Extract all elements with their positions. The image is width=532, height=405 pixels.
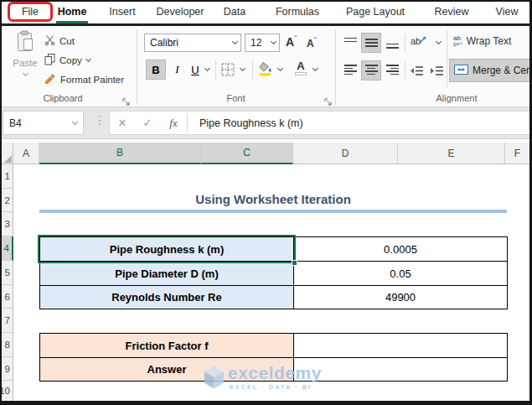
format-painter-button[interactable]: Format Painter <box>44 73 124 86</box>
align-middle-button[interactable] <box>361 33 381 53</box>
fill-color-dropdown-chevron[interactable] <box>277 65 283 71</box>
decrease-indent-icon <box>410 65 424 79</box>
select-all-corner[interactable] <box>2 143 13 164</box>
fill-handle[interactable] <box>292 260 297 266</box>
align-center-icon <box>365 65 378 76</box>
input-label-cell-diameter[interactable]: Pipe Diameter D (m) <box>39 261 294 286</box>
row-header-2[interactable]: 2 <box>2 189 13 212</box>
exceldemy-watermark: exceldemy EXCEL · DATA · BI <box>204 365 322 393</box>
formula-bar: B4 ⋮ ✕ ✓ fx Pipe Roughness k (m) <box>0 107 532 139</box>
enter-icon[interactable]: ✓ <box>135 117 160 129</box>
column-header-c[interactable]: C <box>201 143 293 164</box>
font-size-select[interactable]: 12 <box>245 34 280 52</box>
increase-font-size-button[interactable]: Aˆ <box>286 34 297 49</box>
tab-formulas[interactable]: Formulas <box>272 0 323 23</box>
scissors-icon <box>44 34 55 47</box>
row-header-4[interactable]: 4 <box>2 236 13 261</box>
font-color-button[interactable]: A <box>295 60 307 75</box>
cut-button[interactable]: Cut <box>44 34 75 47</box>
borders-button[interactable] <box>221 63 235 80</box>
paste-button[interactable]: Paste <box>8 30 42 91</box>
drag-dots-icon: ⋮ <box>94 113 106 127</box>
align-right-icon <box>386 65 399 76</box>
align-right-button[interactable] <box>382 60 402 80</box>
output-value-cell-answer[interactable] <box>293 357 508 382</box>
row-header-7[interactable]: 7 <box>2 309 13 333</box>
font-group-label: Font <box>137 93 335 103</box>
increase-indent-button[interactable] <box>430 65 444 80</box>
output-label-cell-friction[interactable]: Friction Factor f <box>39 333 294 358</box>
font-color-dropdown-chevron[interactable] <box>312 65 318 71</box>
row-header-8[interactable]: 8 <box>2 333 13 357</box>
row-header-10[interactable]: 10 <box>2 381 13 401</box>
tab-view[interactable]: View <box>490 0 524 23</box>
merge-center-button[interactable]: Merge & Center <box>449 59 532 82</box>
cancel-icon[interactable]: ✕ <box>110 117 135 129</box>
row-header-9[interactable]: 9 <box>2 357 13 381</box>
paste-icon <box>16 30 34 56</box>
exceldemy-logo-icon <box>204 365 225 393</box>
bold-button[interactable]: B <box>146 60 166 80</box>
underline-dropdown-chevron[interactable] <box>204 65 210 71</box>
borders-dropdown-chevron[interactable] <box>240 65 245 71</box>
column-header-f[interactable]: F <box>505 143 530 164</box>
formula-input[interactable]: Pipe Roughness k (m) <box>188 117 303 129</box>
active-tab-underline <box>56 21 88 23</box>
row-header-6[interactable]: 6 <box>2 285 13 309</box>
tab-data[interactable]: Data <box>219 0 251 23</box>
formula-area: ✕ ✓ fx Pipe Roughness k (m) <box>109 111 530 135</box>
row-header-5[interactable]: 5 <box>2 261 13 285</box>
tab-home[interactable]: Home <box>54 0 90 23</box>
insert-function-icon[interactable]: fx <box>160 117 187 130</box>
decrease-font-size-button[interactable]: Aˇ <box>307 36 317 49</box>
clipboard-group-label: Clipboard <box>17 93 109 103</box>
copy-button[interactable]: Copy <box>44 54 90 67</box>
tab-page-layout[interactable]: Page Layout <box>342 0 409 23</box>
input-label-cell-roughness[interactable]: Pipe Roughness k (m) <box>39 236 294 262</box>
align-left-button[interactable] <box>340 60 360 80</box>
orientation-dropdown-chevron[interactable] <box>436 39 442 44</box>
alignment-group-label: Alignment <box>394 93 519 103</box>
input-label-cell-reynolds[interactable]: Reynolds Number Re <box>39 285 294 309</box>
wrap-text-icon: abc↩ <box>453 35 462 47</box>
copy-dropdown-chevron <box>85 56 91 62</box>
watermark-brand-text: exceldemy <box>228 365 322 382</box>
tab-insert[interactable]: Insert <box>104 0 141 23</box>
window-border-top <box>0 0 532 2</box>
name-box-chevron <box>72 118 78 124</box>
row-header-3[interactable]: 3 <box>2 212 13 236</box>
font-name-select[interactable]: Calibri <box>144 34 241 52</box>
align-center-button[interactable] <box>361 60 381 80</box>
file-tab-highlight-box <box>8 2 53 22</box>
input-value-cell-reynolds[interactable]: 49900 <box>293 285 508 309</box>
caret-up-icon: ˆ <box>294 34 297 43</box>
italic-button[interactable]: I <box>170 60 184 80</box>
wrap-text-button[interactable]: abc↩ Wrap Text <box>453 35 511 47</box>
ribbon: Paste Cut Copy Format Painter Clipboard <box>0 26 532 107</box>
column-header-b[interactable]: B <box>39 143 201 164</box>
output-value-cell-friction[interactable] <box>293 333 508 358</box>
row-header-1[interactable]: 1 <box>2 164 13 189</box>
watermark-tagline-text: EXCEL · DATA · BI <box>230 384 322 390</box>
borders-icon <box>221 65 235 79</box>
column-header-a[interactable]: A <box>13 143 39 164</box>
align-top-button[interactable] <box>340 33 360 53</box>
underline-button[interactable]: U <box>188 60 203 80</box>
font-color-icon: A <box>295 60 307 72</box>
align-bottom-icon <box>386 38 399 49</box>
window-border-left <box>0 0 2 405</box>
input-value-cell-roughness[interactable]: 0.0005 <box>293 236 508 262</box>
input-value-cell-diameter[interactable]: 0.05 <box>293 261 508 286</box>
font-color-bar <box>295 72 307 75</box>
font-size-chevron <box>271 39 276 44</box>
tab-review[interactable]: Review <box>431 0 472 23</box>
column-header-e[interactable]: E <box>398 143 505 164</box>
name-box[interactable]: B4 <box>3 111 84 135</box>
tab-developer[interactable]: Developer <box>153 0 207 23</box>
worksheet-title-cell[interactable]: Using Worksheet Iteration <box>39 189 507 213</box>
column-header-d[interactable]: D <box>293 143 398 164</box>
align-bottom-button[interactable] <box>382 33 402 53</box>
decrease-indent-button[interactable] <box>410 65 424 80</box>
fill-color-button[interactable] <box>259 61 273 80</box>
orientation-button[interactable]: ab <box>411 34 428 46</box>
